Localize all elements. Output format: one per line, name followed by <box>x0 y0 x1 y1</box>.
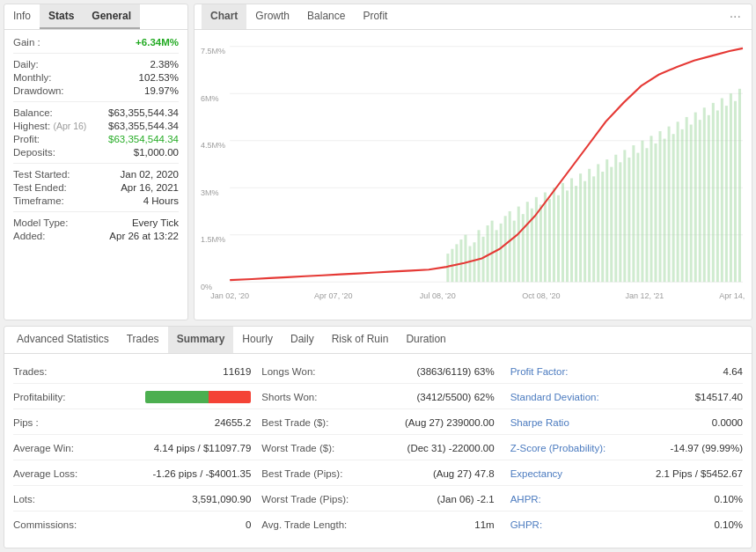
test-started-value: Jan 02, 2020 <box>120 169 179 180</box>
svg-rect-20 <box>482 237 485 282</box>
avg-win-label: Average Win: <box>13 443 74 453</box>
sharpe-label[interactable]: Sharpe Ratio <box>510 417 569 428</box>
timeframe-label: Timeframe: <box>13 195 64 206</box>
tab-general[interactable]: General <box>83 4 140 29</box>
commissions-label: Commissions: <box>13 519 77 530</box>
std-dev-row: Standard Deviation: $14517.40 <box>500 385 743 409</box>
svg-rect-52 <box>623 150 626 282</box>
svg-rect-59 <box>654 144 657 282</box>
svg-rect-72 <box>712 103 715 282</box>
svg-rect-32 <box>535 197 538 282</box>
svg-rect-29 <box>522 214 525 282</box>
svg-text:Jan 12, '21: Jan 12, '21 <box>625 291 664 300</box>
svg-rect-46 <box>597 164 599 282</box>
stats-content: Trades: 11619 Profitability: Pips : 2465… <box>4 354 752 548</box>
svg-rect-68 <box>694 113 697 283</box>
tab-growth[interactable]: Growth <box>246 4 298 29</box>
avg-loss-value: -1.26 pips / -$4001.35 <box>152 468 251 479</box>
tab-chart[interactable]: Chart <box>202 4 246 29</box>
svg-rect-43 <box>584 181 586 282</box>
best-trade-dollar-row: Best Trade ($): (Aug 27) 239000.00 <box>256 410 499 435</box>
svg-rect-45 <box>592 176 595 282</box>
daily-label: Daily: <box>13 59 39 70</box>
longs-won-value: (3863/6119) 63% <box>416 366 494 377</box>
pips-value: 24655.2 <box>215 417 252 428</box>
svg-rect-38 <box>561 183 564 282</box>
lots-row: Lots: 3,591,090.90 <box>13 487 256 512</box>
tab-stats[interactable]: Stats <box>40 4 83 29</box>
gain-row: Gain : +6.34M% <box>13 37 179 48</box>
bottom-section: Advanced Statistics Trades Summary Hourl… <box>4 326 752 548</box>
svg-rect-61 <box>664 139 666 283</box>
svg-rect-78 <box>738 89 741 282</box>
zscore-row: Z-Score (Probability): -14.97 (99.99%) <box>500 436 743 460</box>
svg-rect-53 <box>628 158 630 282</box>
zscore-label[interactable]: Z-Score (Probability): <box>510 443 606 453</box>
ahpr-label[interactable]: AHPR: <box>510 494 541 504</box>
tab-profit[interactable]: Profit <box>354 4 396 29</box>
profit-factor-label[interactable]: Profit Factor: <box>510 366 569 377</box>
tab-duration[interactable]: Duration <box>397 327 454 353</box>
svg-rect-39 <box>566 190 569 282</box>
tab-summary[interactable]: Summary <box>168 327 234 353</box>
tab-risk-of-ruin[interactable]: Risk of Ruin <box>323 327 398 353</box>
svg-rect-34 <box>544 193 547 283</box>
svg-rect-65 <box>681 129 684 282</box>
ghpr-label[interactable]: GHPR: <box>510 519 542 530</box>
worst-trade-pips-value: (Jan 06) -2.1 <box>437 494 494 504</box>
shorts-won-value: (3412/5500) 62% <box>416 392 494 402</box>
tab-trades[interactable]: Trades <box>118 327 168 353</box>
chart-more-icon[interactable]: ··· <box>726 5 745 28</box>
svg-rect-16 <box>464 235 466 283</box>
svg-rect-66 <box>686 117 688 282</box>
svg-rect-40 <box>570 179 573 283</box>
best-trade-pips-value: (Aug 27) 47.8 <box>433 468 495 479</box>
svg-rect-74 <box>721 99 723 283</box>
tab-advanced-stats[interactable]: Advanced Statistics <box>8 327 118 353</box>
gain-label: Gain : <box>13 37 40 48</box>
tab-balance[interactable]: Balance <box>298 4 354 29</box>
svg-rect-69 <box>699 120 701 282</box>
model-label: Model Type: <box>13 217 68 228</box>
svg-rect-75 <box>725 106 728 282</box>
svg-text:Jul 08, '20: Jul 08, '20 <box>420 291 456 300</box>
divider2 <box>13 101 179 102</box>
best-trade-dollar-label: Best Trade ($): <box>261 417 328 428</box>
std-dev-value: $14517.40 <box>695 392 743 402</box>
avg-loss-label: Average Loss: <box>13 468 77 479</box>
svg-rect-49 <box>610 167 613 283</box>
monthly-label[interactable]: Monthly: <box>13 72 51 83</box>
trades-label: Trades: <box>13 366 48 377</box>
svg-rect-51 <box>619 162 621 282</box>
svg-rect-55 <box>636 153 639 283</box>
worst-trade-dollar-label: Worst Trade ($): <box>261 443 334 453</box>
expectancy-label[interactable]: Expectancy <box>510 468 562 479</box>
best-trade-dollar-value: (Aug 27) 239000.00 <box>405 417 495 428</box>
svg-rect-23 <box>495 230 498 282</box>
deposits-value: $1,000.00 <box>134 147 179 158</box>
tab-hourly[interactable]: Hourly <box>233 327 282 353</box>
left-tabs: Info Stats General <box>4 4 187 30</box>
svg-text:3M%: 3M% <box>201 188 219 197</box>
profit-label: Profit: <box>13 134 40 144</box>
svg-rect-71 <box>708 115 710 282</box>
svg-rect-36 <box>553 188 555 282</box>
drawdown-label[interactable]: Drawdown: <box>13 85 64 96</box>
avg-win-row: Average Win: 4.14 pips / $11097.79 <box>13 436 256 460</box>
profit-bar-green <box>145 391 209 403</box>
lots-value: 3,591,090.90 <box>192 494 251 504</box>
svg-rect-19 <box>478 230 481 282</box>
profit-bar-red <box>209 391 251 403</box>
svg-rect-58 <box>650 136 652 282</box>
trades-value: 11619 <box>223 366 251 377</box>
profitability-label: Profitability: <box>13 392 65 402</box>
tab-daily[interactable]: Daily <box>282 327 323 353</box>
svg-rect-48 <box>606 159 608 282</box>
tab-info[interactable]: Info <box>4 4 40 29</box>
svg-text:7.5M%: 7.5M% <box>201 47 225 55</box>
profitability-row: Profitability: <box>13 385 256 409</box>
test-ended-row: Test Ended: Apr 16, 2021 <box>13 182 179 193</box>
std-dev-label[interactable]: Standard Deviation: <box>510 392 599 402</box>
svg-rect-50 <box>614 155 617 282</box>
divider4 <box>13 211 179 212</box>
